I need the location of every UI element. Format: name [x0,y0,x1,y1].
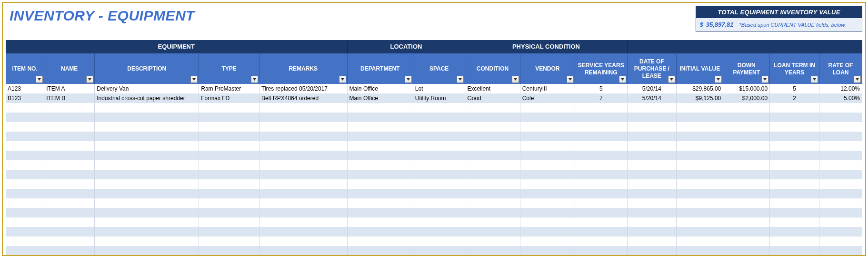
cell-empty[interactable] [819,103,862,113]
cell-initval[interactable]: $9,125.00 [677,93,723,103]
cell-desc[interactable]: Industrial cross-cut paper shredder [95,93,199,103]
cell-empty[interactable] [770,103,819,113]
cell-empty[interactable] [413,122,465,132]
cell-svc[interactable]: 7 [575,93,627,103]
cell-empty[interactable] [6,198,44,208]
cell-empty[interactable] [627,170,677,179]
filter-date[interactable] [668,76,675,83]
cell-empty[interactable] [575,179,627,189]
cell-empty[interactable] [413,170,465,179]
table-row-empty[interactable] [6,113,862,122]
cell-empty[interactable] [819,217,862,227]
cell-empty[interactable] [677,208,723,217]
cell-empty[interactable] [627,189,677,198]
cell-empty[interactable] [627,237,677,246]
cell-empty[interactable] [770,179,819,189]
cell-empty[interactable] [6,170,44,179]
cell-empty[interactable] [6,217,44,227]
cell-empty[interactable] [6,189,44,198]
cell-empty[interactable] [770,132,819,141]
cell-empty[interactable] [44,189,95,198]
cell-empty[interactable] [819,160,862,170]
cell-empty[interactable] [520,217,575,227]
cell-empty[interactable] [465,179,520,189]
cell-empty[interactable] [520,160,575,170]
cell-empty[interactable] [347,198,413,208]
cell-empty[interactable] [677,113,723,122]
cell-empty[interactable] [44,217,95,227]
cell-empty[interactable] [413,179,465,189]
cell-empty[interactable] [347,151,413,160]
filter-cond[interactable] [512,76,519,83]
table-row[interactable]: B123ITEM BIndustrial cross-cut paper shr… [6,93,862,103]
cell-empty[interactable] [259,151,347,160]
cell-empty[interactable] [723,227,770,237]
cell-empty[interactable] [819,246,862,256]
cell-empty[interactable] [677,179,723,189]
cell-empty[interactable] [770,237,819,246]
filter-dept[interactable] [405,76,412,83]
cell-empty[interactable] [575,227,627,237]
cell-empty[interactable] [44,237,95,246]
cell-empty[interactable] [627,103,677,113]
cell-empty[interactable] [347,208,413,217]
cell-empty[interactable] [259,103,347,113]
cell-empty[interactable] [347,113,413,122]
filter-type[interactable] [251,76,258,83]
cell-empty[interactable] [770,141,819,151]
cell-empty[interactable] [520,237,575,246]
cell-empty[interactable] [259,189,347,198]
cell-empty[interactable] [259,208,347,217]
cell-empty[interactable] [6,227,44,237]
cell-empty[interactable] [259,179,347,189]
cell-dept[interactable]: Main Office [347,93,413,103]
cell-empty[interactable] [627,113,677,122]
table-row-empty[interactable] [6,141,862,151]
cell-itemno[interactable]: B123 [6,93,44,103]
cell-empty[interactable] [723,113,770,122]
cell-empty[interactable] [199,103,259,113]
cell-empty[interactable] [819,141,862,151]
cell-cond[interactable]: Excellent [465,84,520,93]
cell-empty[interactable] [575,217,627,227]
cell-empty[interactable] [347,237,413,246]
cell-empty[interactable] [819,113,862,122]
cell-empty[interactable] [347,179,413,189]
cell-empty[interactable] [259,113,347,122]
cell-down[interactable]: $15,000.00 [723,84,770,93]
cell-empty[interactable] [723,179,770,189]
cell-empty[interactable] [677,122,723,132]
cell-empty[interactable] [44,113,95,122]
cell-empty[interactable] [44,179,95,189]
cell-empty[interactable] [723,122,770,132]
cell-empty[interactable] [347,170,413,179]
cell-empty[interactable] [677,217,723,227]
cell-remarks[interactable]: Tires replaced 05/20/2017 [259,84,347,93]
cell-empty[interactable] [819,227,862,237]
cell-empty[interactable] [259,227,347,237]
cell-empty[interactable] [413,217,465,227]
cell-empty[interactable] [95,189,199,198]
cell-empty[interactable] [520,198,575,208]
cell-empty[interactable] [413,227,465,237]
cell-empty[interactable] [677,237,723,246]
cell-empty[interactable] [575,122,627,132]
cell-empty[interactable] [259,141,347,151]
cell-empty[interactable] [199,208,259,217]
cell-type[interactable]: Ram ProMaster [199,84,259,93]
cell-empty[interactable] [259,170,347,179]
cell-empty[interactable] [44,160,95,170]
cell-empty[interactable] [259,122,347,132]
cell-empty[interactable] [465,103,520,113]
cell-empty[interactable] [95,160,199,170]
cell-loanterm[interactable]: 2 [770,93,819,103]
cell-empty[interactable] [770,227,819,237]
cell-empty[interactable] [413,103,465,113]
cell-empty[interactable] [44,198,95,208]
cell-empty[interactable] [520,103,575,113]
cell-empty[interactable] [347,227,413,237]
cell-empty[interactable] [465,141,520,151]
cell-empty[interactable] [6,151,44,160]
cell-vendor[interactable]: CenturyIII [520,84,575,93]
cell-empty[interactable] [723,132,770,141]
